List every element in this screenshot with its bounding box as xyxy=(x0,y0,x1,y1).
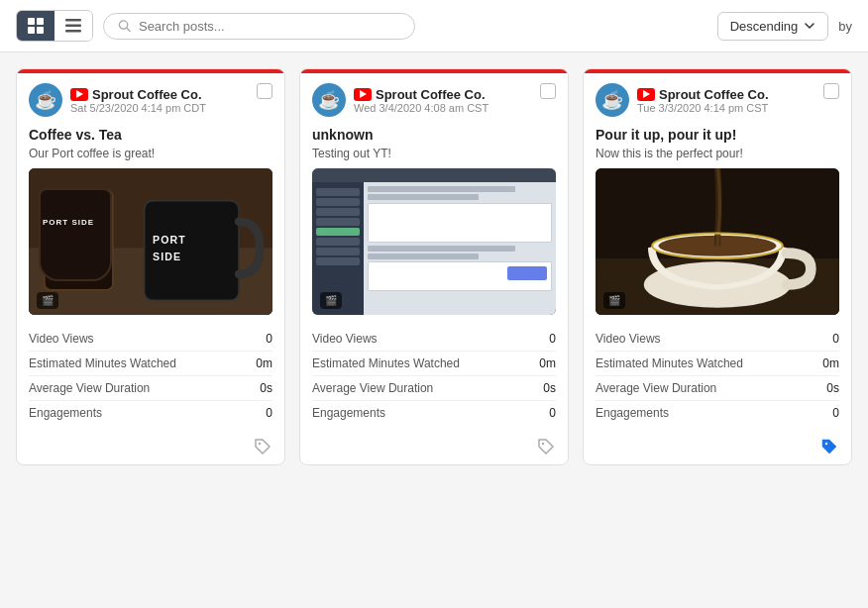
sort-label: Descending xyxy=(730,19,799,34)
card-subtitle: Testing out YT! xyxy=(300,145,568,168)
stat-label: Average View Duration xyxy=(29,381,150,395)
tag-icon[interactable] xyxy=(253,437,272,456)
stat-label: Estimated Minutes Watched xyxy=(312,356,460,370)
stat-row-avg-duration: Average View Duration 0s xyxy=(312,376,556,401)
card-title: unknown xyxy=(300,123,568,145)
stat-label: Video Views xyxy=(312,332,378,346)
stat-label: Estimated Minutes Watched xyxy=(596,356,743,370)
card-header: ☕ Sprout Coffee Co. Sat 5/23/2020 4:14 p… xyxy=(17,73,284,123)
stat-value: 0 xyxy=(266,332,272,346)
stat-value: 0m xyxy=(256,356,272,370)
card-footer xyxy=(17,429,284,464)
card-profile: ☕ Sprout Coffee Co. Sat 5/23/2020 4:14 p… xyxy=(29,83,206,117)
stat-label: Video Views xyxy=(29,332,94,346)
card-profile: ☕ Sprout Coffee Co. Tue 3/3/2020 4:14 pm… xyxy=(596,83,769,117)
profile-info: Sprout Coffee Co. Wed 3/4/2020 4:08 am C… xyxy=(354,87,488,114)
card-profile: ☕ Sprout Coffee Co. Wed 3/4/2020 4:08 am… xyxy=(312,83,488,117)
post-card-1: ☕ Sprout Coffee Co. Sat 5/23/2020 4:14 p… xyxy=(16,68,285,465)
svg-text:SIDE: SIDE xyxy=(153,251,181,262)
stat-row-engagements: Engagements 0 xyxy=(29,401,272,425)
stat-value: 0s xyxy=(826,381,839,395)
coffee-image-1: PORT SIDE PORT SIDE xyxy=(29,168,272,315)
card-checkbox[interactable] xyxy=(257,83,272,99)
sort-button[interactable]: Descending xyxy=(717,12,829,41)
svg-rect-5 xyxy=(65,25,81,28)
svg-text:SIDE: SIDE xyxy=(54,241,79,252)
svg-point-17 xyxy=(45,194,112,207)
stat-row-est-minutes: Estimated Minutes Watched 0m xyxy=(312,352,556,376)
chevron-down-icon xyxy=(804,20,815,32)
youtube-icon xyxy=(637,88,655,101)
search-box xyxy=(103,13,415,40)
card-image: 🎬 xyxy=(312,168,556,315)
stat-label: Video Views xyxy=(596,332,661,346)
svg-rect-0 xyxy=(28,18,35,25)
stat-value: 0 xyxy=(832,406,839,420)
tag-icon[interactable] xyxy=(536,437,556,456)
youtube-icon xyxy=(70,88,88,101)
toolbar: Descending by xyxy=(0,0,868,52)
card-stats: Video Views 0 Estimated Minutes Watched … xyxy=(300,323,568,429)
tag-icon[interactable] xyxy=(819,437,839,456)
stat-label: Average View Duration xyxy=(596,381,716,395)
svg-point-19 xyxy=(542,443,544,445)
search-input[interactable] xyxy=(139,19,400,34)
stat-row-engagements: Engagements 0 xyxy=(312,401,556,425)
card-footer xyxy=(584,429,851,464)
card-checkbox[interactable] xyxy=(540,83,556,99)
stat-row-est-minutes: Estimated Minutes Watched 0m xyxy=(596,352,839,376)
stat-row-video-views: Video Views 0 xyxy=(596,327,839,352)
youtube-icon xyxy=(354,88,372,101)
card-stats: Video Views 0 Estimated Minutes Watched … xyxy=(584,323,851,429)
stat-value: 0 xyxy=(549,332,556,346)
stat-label: Engagements xyxy=(29,406,102,420)
profile-info: Sprout Coffee Co. Tue 3/3/2020 4:14 pm C… xyxy=(637,87,769,114)
card-header: ☕ Sprout Coffee Co. Tue 3/3/2020 4:14 pm… xyxy=(584,73,851,123)
card-subtitle: Our Port coffee is great! xyxy=(17,145,284,168)
avatar: ☕ xyxy=(596,83,629,117)
stat-row-engagements: Engagements 0 xyxy=(596,401,839,425)
screenshot-image xyxy=(312,168,556,315)
svg-point-18 xyxy=(259,443,261,445)
stat-label: Average View Duration xyxy=(312,381,433,395)
post-card-2: ☕ Sprout Coffee Co. Wed 3/4/2020 4:08 am… xyxy=(299,68,569,465)
stat-value: 0s xyxy=(260,381,272,395)
svg-rect-3 xyxy=(37,27,44,34)
svg-text:PORT: PORT xyxy=(54,229,84,240)
stat-value: 0 xyxy=(266,406,272,420)
avatar: ☕ xyxy=(29,83,62,117)
profile-date: Wed 3/4/2020 4:08 am CST xyxy=(354,102,488,114)
by-label: by xyxy=(838,19,852,34)
stat-label: Engagements xyxy=(596,406,669,420)
view-toggle xyxy=(16,10,93,42)
svg-text:PORT: PORT xyxy=(153,234,186,246)
card-stats: Video Views 0 Estimated Minutes Watched … xyxy=(17,323,284,429)
search-icon xyxy=(118,19,131,33)
card-title: Pour it up, pour it up! xyxy=(584,123,851,145)
stat-value: 0m xyxy=(822,356,839,370)
profile-info: Sprout Coffee Co. Sat 5/23/2020 4:14 pm … xyxy=(70,87,206,114)
svg-rect-6 xyxy=(65,30,81,33)
video-camera-icon: 🎬 xyxy=(42,295,54,306)
video-camera-icon: 🎬 xyxy=(325,295,337,306)
video-badge: 🎬 xyxy=(320,292,342,309)
stat-value: 0 xyxy=(832,332,839,346)
profile-name: Sprout Coffee Co. xyxy=(70,87,206,102)
svg-rect-2 xyxy=(28,27,35,34)
grid-view-button[interactable] xyxy=(17,11,54,41)
svg-rect-11 xyxy=(45,190,113,290)
svg-line-8 xyxy=(127,28,130,31)
list-view-button[interactable] xyxy=(54,11,92,41)
stat-row-avg-duration: Average View Duration 0s xyxy=(596,376,839,401)
card-subtitle: Now this is the perfect pour! xyxy=(584,145,851,168)
stat-value: 0m xyxy=(539,356,556,370)
card-checkbox[interactable] xyxy=(823,83,839,99)
card-image: 🎬 xyxy=(596,168,839,315)
stat-row-est-minutes: Estimated Minutes Watched 0m xyxy=(29,352,272,376)
card-image: PORT SIDE PORT SIDE 🎬 xyxy=(29,168,272,315)
stat-row-video-views: Video Views 0 xyxy=(312,327,556,352)
card-footer xyxy=(300,429,568,464)
avatar: ☕ xyxy=(312,83,346,117)
card-header: ☕ Sprout Coffee Co. Wed 3/4/2020 4:08 am… xyxy=(300,73,568,123)
profile-date: Sat 5/23/2020 4:14 pm CDT xyxy=(70,102,206,114)
